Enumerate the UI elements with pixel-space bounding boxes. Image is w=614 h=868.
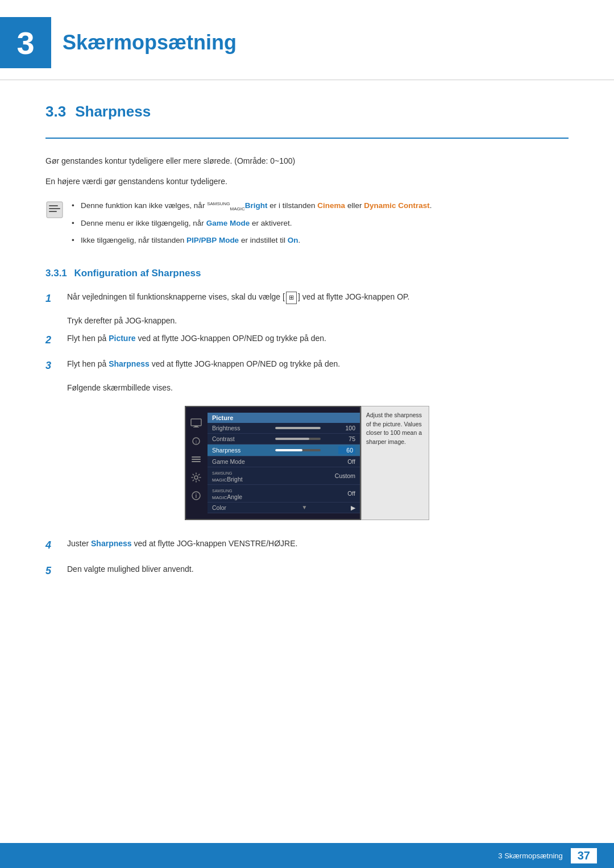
svg-point-12 bbox=[194, 476, 198, 479]
svg-rect-3 bbox=[49, 211, 57, 212]
lines-icon bbox=[190, 455, 202, 464]
gear-icon bbox=[190, 473, 202, 482]
footer-page-number: 37 bbox=[571, 848, 597, 863]
svg-rect-5 bbox=[194, 426, 198, 427]
monitor-image: ↕ bbox=[185, 406, 429, 520]
svg-rect-4 bbox=[191, 419, 201, 426]
osd-row-color: Color ▼ ▶ bbox=[208, 502, 360, 513]
description-2: En højere værdi gør genstandens kontur t… bbox=[45, 175, 569, 188]
svg-rect-10 bbox=[192, 459, 201, 460]
content-area: 3.3 Sharpness Gør genstandes kontur tyde… bbox=[0, 103, 614, 633]
step-2: 2 Flyt hen på Picture ved at flytte JOG-… bbox=[45, 332, 569, 348]
monitor-icons: ↕ bbox=[190, 418, 202, 500]
svg-text:i: i bbox=[196, 493, 197, 499]
chapter-number-box: 3 bbox=[0, 17, 51, 68]
svg-rect-6 bbox=[193, 427, 199, 427]
info-icon: i bbox=[190, 491, 202, 500]
svg-rect-2 bbox=[49, 208, 60, 209]
description-1: Gør genstandes kontur tydeligere eller m… bbox=[45, 155, 569, 167]
monitor-tooltip: Adjust the sharpness of the picture. Val… bbox=[361, 406, 429, 520]
step-3-sub: Følgende skærmbillede vises. bbox=[67, 383, 569, 392]
note-item-3: Ikke tilgængelig, når tilstanden PIP/PBP… bbox=[72, 234, 432, 247]
footer-text: 3 Skærmopsætning bbox=[498, 852, 562, 860]
menu-icon: ⊞ bbox=[286, 292, 297, 304]
osd-header: Picture bbox=[208, 413, 360, 423]
note-box: Denne funktion kan ikke vælges, når SAMS… bbox=[45, 200, 569, 251]
step-5-text: Den valgte mulighed bliver anvendt. bbox=[67, 563, 569, 575]
svg-rect-11 bbox=[192, 461, 201, 462]
svg-text:↕: ↕ bbox=[195, 439, 198, 445]
monitor-body: ↕ bbox=[185, 406, 361, 520]
step-5: 5 Den valgte mulighed bliver anvendt. bbox=[45, 563, 569, 579]
note-item-1: Denne funktion kan ikke vælges, når SAMS… bbox=[72, 200, 432, 213]
subsection-heading: 3.3.1 Konfiguration af Sharpness bbox=[45, 268, 569, 279]
osd-row-sharpness: Sharpness 60 bbox=[208, 445, 360, 456]
section-number: 3.3 bbox=[45, 103, 66, 121]
step-4: 4 Juster Sharpness ved at flytte JOG-kna… bbox=[45, 537, 569, 554]
steps-list: 1 Når vejledningen til funktionsknappern… bbox=[45, 290, 569, 392]
note-item-2: Denne menu er ikke tilgængelig, når Game… bbox=[72, 217, 432, 230]
section-heading: 3.3 Sharpness bbox=[45, 103, 569, 121]
section-divider bbox=[45, 138, 569, 139]
step-1-sub: Tryk derefter på JOG-knappen. bbox=[67, 316, 569, 325]
section-title: Sharpness bbox=[75, 103, 151, 121]
svg-rect-1 bbox=[49, 205, 58, 206]
subsection-number: 3.3.1 bbox=[45, 268, 67, 279]
monitor-outline-icon bbox=[190, 418, 202, 427]
arrow-icon: ↕ bbox=[190, 437, 202, 446]
page-footer: 3 Skærmopsætning 37 bbox=[0, 843, 614, 868]
subsection-title: Konfiguration af Sharpness bbox=[74, 268, 201, 279]
svg-rect-0 bbox=[47, 202, 63, 218]
step-3: 3 Flyt hen på Sharpness ved at flytte JO… bbox=[45, 358, 569, 374]
osd-row-gamemode: Game Mode Off bbox=[208, 456, 360, 467]
step-1: 1 Når vejledningen til funktionsknappern… bbox=[45, 290, 569, 307]
osd-menu: Picture Brightness 100 bbox=[208, 413, 360, 513]
steps-list-2: 4 Juster Sharpness ved at flytte JOG-kna… bbox=[45, 537, 569, 579]
note-list: Denne funktion kan ikke vælges, når SAMS… bbox=[72, 200, 432, 251]
page-container: 3 Skærmopsætning 3.3 Sharpness Gør genst… bbox=[0, 0, 614, 868]
osd-row-magicbright: SAMSUNG MAGICBright Custom bbox=[208, 467, 360, 485]
svg-rect-9 bbox=[192, 456, 201, 458]
note-icon bbox=[45, 201, 64, 219]
osd-row-brightness: Brightness 100 bbox=[208, 423, 360, 434]
osd-row-magicangle: SAMSUNG MAGICAngle Off bbox=[208, 485, 360, 502]
osd-row-contrast: Contrast 75 bbox=[208, 434, 360, 445]
chapter-header: 3 Skærmopsætning bbox=[0, 0, 614, 80]
tooltip-text: Adjust the sharpness of the picture. Val… bbox=[366, 411, 424, 447]
chapter-title: Skærmopsætning bbox=[63, 31, 237, 55]
chapter-number: 3 bbox=[16, 24, 34, 61]
monitor-container: ↕ bbox=[45, 406, 569, 520]
